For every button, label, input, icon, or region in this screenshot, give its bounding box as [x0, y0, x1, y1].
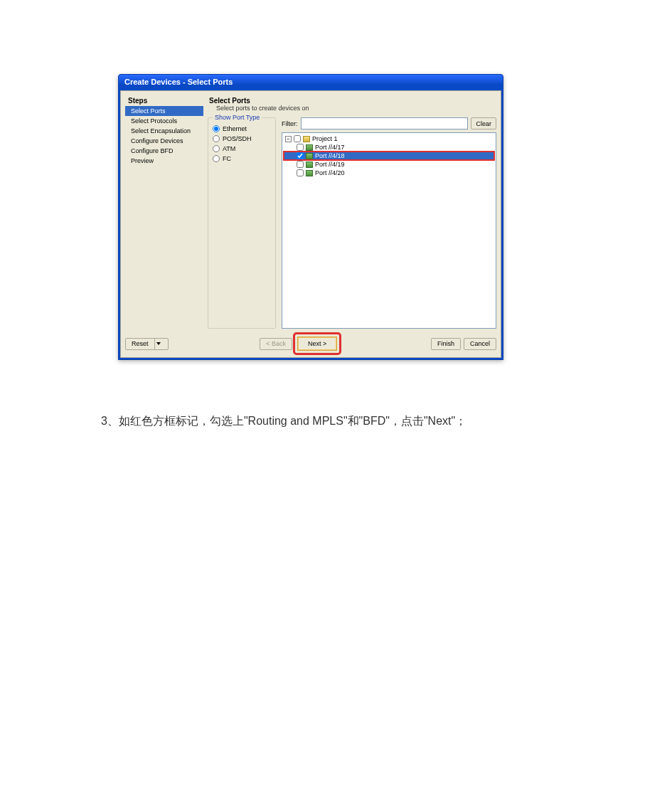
port-type-atm-label: ATM: [223, 145, 235, 152]
port-tree[interactable]: − Project 1 Port //4/17: [282, 132, 496, 329]
tree-port-17[interactable]: Port //4/17: [284, 143, 494, 152]
button-bar: Reset < Back Next > Finish Cancel: [125, 329, 496, 353]
create-devices-dialog: Create Devices - Select Ports Steps Sele…: [118, 74, 503, 360]
filter-row: Filter: Clear: [282, 117, 496, 129]
port-icon: [306, 153, 313, 159]
step-configure-bfd[interactable]: Configure BFD: [125, 146, 203, 156]
minus-icon[interactable]: −: [285, 136, 292, 142]
show-port-type-legend: Show Port Type: [213, 114, 262, 121]
steps-panel: Steps Select Ports Select Protocols Sele…: [125, 95, 203, 329]
content-subtitle: Select ports to create devices on: [209, 105, 494, 112]
tree-port-20[interactable]: Port //4/20: [284, 169, 494, 177]
next-button-highlight: Next >: [295, 334, 339, 353]
tree-port-18-label: Port //4/18: [315, 152, 345, 159]
content-panel: Select Ports Select ports to create devi…: [208, 95, 496, 329]
port-type-ethernet-radio[interactable]: [213, 125, 220, 132]
folder-icon: [303, 136, 310, 142]
port-icon: [306, 170, 313, 176]
tree-port-19-label: Port //4/19: [315, 161, 345, 168]
steps-title: Steps: [125, 95, 203, 106]
tree-port-18[interactable]: Port //4/18: [284, 152, 494, 160]
tree-port-20-checkbox[interactable]: [297, 169, 304, 176]
content-title: Select Ports: [209, 97, 494, 105]
port-icon: [306, 144, 313, 151]
tree-root-checkbox[interactable]: [294, 135, 301, 142]
instruction-caption: 3、如红色方框标记，勾选上"Routing and MPLS"和"BFD"，点击…: [101, 414, 466, 429]
next-button[interactable]: Next >: [297, 337, 337, 351]
step-configure-devices[interactable]: Configure Devices: [125, 136, 203, 146]
document-page: Create Devices - Select Ports Steps Sele…: [0, 0, 672, 799]
step-select-ports[interactable]: Select Ports: [125, 106, 203, 116]
port-type-fc[interactable]: FC: [213, 155, 271, 162]
window-title: Create Devices - Select Ports: [124, 78, 233, 86]
dialog-body: Steps Select Ports Select Protocols Sele…: [120, 90, 501, 358]
port-type-possdh[interactable]: POS/SDH: [213, 135, 271, 142]
port-type-possdh-radio[interactable]: [213, 135, 220, 142]
port-type-ethernet-label: Ethernet: [223, 125, 247, 132]
main-row: Show Port Type Ethernet POS/SDH: [208, 117, 496, 329]
cancel-button[interactable]: Cancel: [464, 338, 496, 350]
tree-port-19[interactable]: Port //4/19: [284, 160, 494, 169]
titlebar[interactable]: Create Devices - Select Ports: [119, 75, 503, 89]
port-type-atm-radio[interactable]: [213, 145, 220, 152]
port-type-ethernet[interactable]: Ethernet: [213, 125, 271, 132]
finish-button[interactable]: Finish: [431, 338, 461, 350]
port-type-fc-radio[interactable]: [213, 155, 220, 162]
port-type-atm[interactable]: ATM: [213, 145, 271, 152]
reset-button[interactable]: Reset: [125, 338, 169, 350]
port-icon: [306, 162, 313, 168]
clear-button[interactable]: Clear: [471, 117, 496, 129]
tree-area: Filter: Clear − Project 1: [282, 117, 496, 329]
dialog-top-row: Steps Select Ports Select Protocols Sele…: [125, 95, 496, 329]
tree-port-20-label: Port //4/20: [315, 169, 345, 176]
back-button: < Back: [260, 338, 292, 350]
tree-port-18-checkbox[interactable]: [297, 152, 304, 159]
step-preview[interactable]: Preview: [125, 156, 203, 166]
step-select-protocols[interactable]: Select Protocols: [125, 116, 203, 126]
tree-root-project[interactable]: − Project 1: [284, 134, 494, 143]
reset-button-label: Reset: [132, 340, 149, 347]
tree-port-19-checkbox[interactable]: [297, 161, 304, 168]
port-type-possdh-label: POS/SDH: [223, 135, 252, 142]
chevron-down-icon[interactable]: [154, 339, 162, 349]
port-type-fc-label: FC: [223, 155, 231, 162]
tree-port-17-checkbox[interactable]: [297, 144, 304, 151]
tree-root-label: Project 1: [312, 135, 338, 142]
show-port-type-group: Show Port Type Ethernet POS/SDH: [208, 117, 276, 329]
filter-input[interactable]: [301, 117, 469, 129]
tree-port-17-label: Port //4/17: [315, 144, 345, 151]
filter-label: Filter:: [282, 120, 298, 127]
step-select-encapsulation[interactable]: Select Encapsulation: [125, 126, 203, 136]
